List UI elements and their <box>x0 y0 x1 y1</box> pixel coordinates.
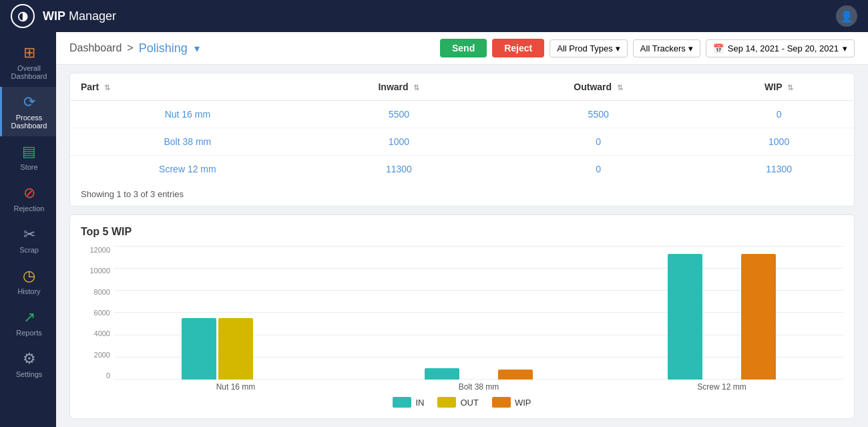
chart-bars <box>114 246 843 380</box>
bar-wip <box>741 254 776 380</box>
user-avatar[interactable]: 👤 <box>836 5 857 27</box>
sidebar-item-label: Scrap <box>19 246 39 254</box>
calendar-icon: 📅 <box>713 43 724 53</box>
table-row: Screw 12 mm 11300 0 11300 <box>70 156 854 183</box>
legend-color-box <box>393 397 411 408</box>
wip-table: Part ⇅ Inward ⇅ Outward ⇅ <box>70 74 854 182</box>
x-label: Nut 16 mm <box>114 380 357 392</box>
y-label-6000: 6000 <box>94 309 110 317</box>
sidebar-item-label: Overall Dashboard <box>5 64 53 80</box>
bar-out <box>218 318 253 380</box>
trackers-filter[interactable]: All Trackers ▾ <box>633 39 700 57</box>
chevron-down-icon: ▾ <box>616 43 620 53</box>
sidebar-item-rejection[interactable]: ⊘ Rejection <box>0 178 56 219</box>
y-label-2000: 2000 <box>94 351 110 359</box>
breadcrumb-separator: > <box>127 42 133 54</box>
sort-icon-part[interactable]: ⇅ <box>104 84 110 92</box>
sidebar-item-label: Store <box>20 163 37 171</box>
legend-label: OUT <box>460 398 478 408</box>
table-row: Nut 16 mm 5500 5500 0 <box>70 101 854 128</box>
cell-wip: 1000 <box>704 128 854 156</box>
send-button[interactable]: Send <box>440 39 487 57</box>
x-label: Bolt 38 mm <box>357 380 600 392</box>
legend-item: WIP <box>492 397 531 408</box>
process-icon: ⟳ <box>23 94 35 111</box>
bar-in <box>668 254 702 380</box>
col-wip: WIP ⇅ <box>704 74 854 101</box>
cell-inward: 5500 <box>305 101 493 128</box>
cell-wip: 0 <box>704 101 854 128</box>
legend-item: IN <box>393 397 424 408</box>
breadcrumb-root: Dashboard <box>69 42 122 54</box>
top5-wip-chart-card: Top 5 WIP 12000 10000 8000 6000 4000 200… <box>69 215 855 419</box>
history-icon: ◷ <box>23 267 35 285</box>
sort-icon-inward[interactable]: ⇅ <box>413 84 419 92</box>
cell-outward: 0 <box>493 156 704 183</box>
store-icon: ▤ <box>22 143 36 160</box>
rejection-icon: ⊘ <box>23 184 35 202</box>
sidebar-item-label: Settings <box>16 370 43 378</box>
cell-outward: 0 <box>493 128 704 156</box>
bar-in <box>182 318 216 380</box>
cell-part: Bolt 38 mm <box>70 128 305 156</box>
legend-item: OUT <box>437 397 478 408</box>
main-content: Part ⇅ Inward ⇅ Outward ⇅ <box>56 65 868 427</box>
chevron-down-icon: ▾ <box>843 43 847 53</box>
settings-icon: ⚙ <box>23 350 36 368</box>
date-range-picker[interactable]: 📅 Sep 14, 2021 - Sep 20, 2021 ▾ <box>706 39 855 57</box>
reject-button[interactable]: Reject <box>492 39 544 57</box>
sidebar-item-label: Process Dashboard <box>5 114 53 130</box>
cell-wip: 11300 <box>704 156 854 183</box>
sidebar-item-label: Rejection <box>14 204 45 212</box>
sidebar-item-history[interactable]: ◷ History <box>0 261 56 302</box>
app-logo: ◑ <box>11 4 35 28</box>
y-label-0: 0 <box>106 372 110 380</box>
breadcrumb-current: Polishing <box>139 41 188 55</box>
legend-color-box <box>492 397 511 408</box>
chart-bars-area <box>114 246 843 380</box>
y-label-8000: 8000 <box>94 288 110 296</box>
y-label-4000: 4000 <box>94 329 110 337</box>
chart-x-labels: Nut 16 mmBolt 38 mmScrew 12 mm <box>114 380 843 392</box>
grid-icon: ⊞ <box>23 44 35 61</box>
x-label: Screw 12 mm <box>600 380 843 392</box>
bar-wip <box>498 370 533 380</box>
page-header: Dashboard > Polishing ▾ Send Reject All … <box>56 32 868 65</box>
prod-types-filter[interactable]: All Prod Types ▾ <box>550 39 628 57</box>
top-navbar: ◑ WIP Manager 👤 <box>0 0 868 32</box>
sort-icon-outward[interactable]: ⇅ <box>617 84 623 92</box>
chart-bar-group <box>600 254 843 380</box>
chart-bar-group <box>114 318 357 380</box>
table-row: Bolt 38 mm 1000 0 1000 <box>70 128 854 156</box>
bar-in <box>425 368 459 380</box>
chart-title: Top 5 WIP <box>81 226 843 238</box>
table-entries-info: Showing 1 to 3 of 3 entries <box>70 182 854 206</box>
chart-legend: INOUTWIP <box>81 397 843 408</box>
col-inward: Inward ⇅ <box>305 74 493 101</box>
sidebar-item-overall-dashboard[interactable]: ⊞ Overall Dashboard <box>0 37 56 87</box>
y-label-10000: 10000 <box>89 267 110 275</box>
chevron-down-icon: ▾ <box>688 43 693 53</box>
sidebar-item-process-dashboard[interactable]: ⟳ Process Dashboard <box>0 87 56 136</box>
legend-label: IN <box>415 398 424 408</box>
sidebar-item-scrap[interactable]: ✂ Scrap <box>0 219 56 261</box>
sidebar-item-settings[interactable]: ⚙ Settings <box>0 343 56 385</box>
wip-table-card: Part ⇅ Inward ⇅ Outward ⇅ <box>69 73 855 206</box>
y-label-12000: 12000 <box>89 246 110 254</box>
sidebar-item-store[interactable]: ▤ Store <box>0 136 56 178</box>
col-part: Part ⇅ <box>70 74 305 101</box>
sidebar-item-label: Reports <box>16 329 42 337</box>
sidebar: ⊞ Overall Dashboard ⟳ Process Dashboard … <box>0 32 56 427</box>
cell-inward: 1000 <box>305 128 493 156</box>
cell-inward: 11300 <box>305 156 493 183</box>
col-outward: Outward ⇅ <box>493 74 704 101</box>
sort-icon-wip[interactable]: ⇅ <box>787 84 793 92</box>
cell-part: Nut 16 mm <box>70 101 305 128</box>
sidebar-item-reports[interactable]: ↗ Reports <box>0 302 56 343</box>
cell-outward: 5500 <box>493 101 704 128</box>
breadcrumb-dropdown-button[interactable]: ▾ <box>193 41 201 56</box>
app-title: WIP Manager <box>43 9 116 23</box>
chart-bar-group <box>357 368 600 380</box>
legend-label: WIP <box>515 398 531 408</box>
reports-icon: ↗ <box>23 309 35 326</box>
